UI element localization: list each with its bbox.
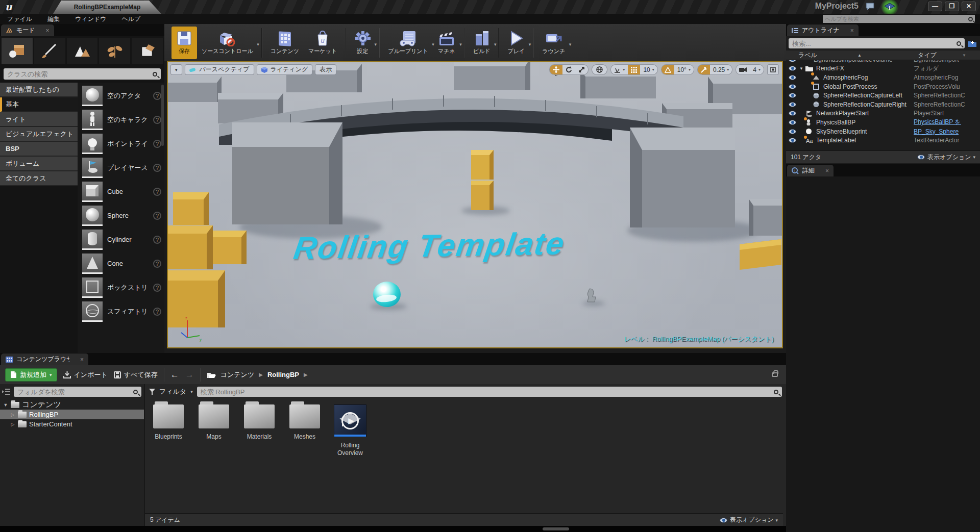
tree-item-startercontent[interactable]: ▷ StarterContent xyxy=(0,419,144,429)
view-options-button[interactable]: 表示オプション xyxy=(927,153,971,162)
gold-block[interactable] xyxy=(168,225,213,269)
category-all-classes[interactable]: 全てのクラス xyxy=(0,171,78,186)
help-icon[interactable]: ? xyxy=(153,212,161,220)
folder-search-input[interactable] xyxy=(17,388,130,396)
visibility-eye-icon[interactable] xyxy=(789,102,796,107)
asset-search-input[interactable] xyxy=(201,388,771,396)
camera-speed-button[interactable] xyxy=(736,65,750,74)
folder-tile-maps[interactable]: Maps xyxy=(194,404,233,441)
help-icon[interactable]: ? xyxy=(153,284,161,292)
close-icon[interactable]: × xyxy=(825,167,829,174)
outliner-row-postprocess[interactable]: Global PostProcess PostProcessVolu xyxy=(786,82,980,91)
add-new-button[interactable]: 新規追加 ▾ xyxy=(5,368,57,382)
placement-item-point-light[interactable]: ポイントライ ? xyxy=(78,132,164,156)
tab-outliner[interactable]: アウトライナ × xyxy=(787,24,859,36)
outliner-row-reflection-left[interactable]: SphereReflectionCaptureLeft SphereReflec… xyxy=(786,91,980,100)
perspective-button[interactable]: パースペクティブ xyxy=(185,64,254,75)
breadcrumb-rollingbp[interactable]: RollingBP xyxy=(267,371,299,378)
expander-icon[interactable]: ▷ xyxy=(10,412,15,417)
view-options-button[interactable]: 表示オプション xyxy=(730,516,773,524)
build-button[interactable]: ビルド ▾ xyxy=(469,27,495,59)
visibility-eye-icon[interactable] xyxy=(789,84,796,89)
placement-item-player-start[interactable]: プレイヤース ? xyxy=(78,156,164,180)
mode-geometry-button[interactable] xyxy=(132,38,163,64)
expander-icon[interactable]: ▷ xyxy=(10,422,15,427)
menu-edit[interactable]: 編集 xyxy=(47,15,60,23)
level-viewport[interactable]: Rolling Template zy ▾ パースペクティブ ライティング 表示… xyxy=(167,61,783,348)
expander-icon[interactable]: ▼ xyxy=(799,66,805,71)
rotation-snap-value[interactable]: 10°▾ xyxy=(674,65,694,74)
category-basic[interactable]: 基本 xyxy=(0,97,78,112)
expander-icon[interactable]: ▼ xyxy=(3,402,8,408)
restore-button[interactable]: ❐ xyxy=(945,2,959,11)
placement-item-sphere-trigger[interactable]: スフィアトリ ? xyxy=(78,299,164,323)
grid-snap-value[interactable]: 10▾ xyxy=(640,65,657,74)
source-control-button[interactable]: ソースコントロール ▾ xyxy=(197,27,258,59)
class-search-input[interactable] xyxy=(7,70,150,78)
outliner-search-input[interactable] xyxy=(792,40,953,47)
translate-tool-button[interactable] xyxy=(550,65,562,74)
menu-help[interactable]: ヘルプ xyxy=(122,15,141,23)
placement-item-cone[interactable]: Cone ? xyxy=(78,251,164,275)
items-scrollbar[interactable] xyxy=(161,85,164,146)
help-icon[interactable]: ? xyxy=(153,92,161,100)
chevron-down-icon[interactable]: ▾ xyxy=(529,42,531,47)
placement-item-empty-character[interactable]: 空のキャラク ? xyxy=(78,108,164,132)
outliner-row-skysphere[interactable]: SkyShereBlueprint BP_Sky_Sphere xyxy=(786,127,980,136)
scrollbar-thumb[interactable] xyxy=(543,527,569,530)
visibility-eye-icon[interactable] xyxy=(789,60,796,62)
surface-snap-button[interactable]: ▾ xyxy=(611,65,628,74)
help-search-input[interactable] xyxy=(825,16,968,22)
visibility-eye-icon[interactable] xyxy=(789,66,796,71)
bottom-scrollbar[interactable] xyxy=(0,526,786,532)
save-all-button[interactable]: すべて保存 xyxy=(114,370,158,379)
close-icon[interactable]: × xyxy=(850,27,854,34)
outliner-row-templatelabel[interactable]: Aa TemplateLabel TextRenderActor xyxy=(786,136,980,145)
help-icon[interactable]: ? xyxy=(153,236,161,244)
document-tab[interactable]: RollingBPExampleMap xyxy=(53,1,161,14)
blueprint-link[interactable]: PhysicsBallBP を xyxy=(914,118,979,126)
visibility-eye-icon[interactable] xyxy=(789,138,796,143)
feedback-bubble-icon[interactable] xyxy=(866,3,875,13)
chevron-down-icon[interactable]: ▾ xyxy=(459,42,462,47)
outliner-row[interactable]: LightmassImportanceVolume LightmassImpor… xyxy=(786,60,980,64)
folder-tile-blueprints[interactable]: Blueprints xyxy=(149,404,188,441)
scene-cube-right[interactable] xyxy=(630,128,735,227)
menu-file[interactable]: ファイル xyxy=(7,15,32,23)
lock-icon[interactable] xyxy=(772,372,778,377)
category-bsp[interactable]: BSP xyxy=(0,142,78,157)
help-icon[interactable]: ? xyxy=(153,140,161,148)
placement-item-cylinder[interactable]: Cylinder ? xyxy=(78,227,164,251)
help-icon[interactable]: ? xyxy=(153,188,161,196)
visibility-eye-icon[interactable] xyxy=(789,111,796,116)
category-volumes[interactable]: ボリューム xyxy=(0,157,78,171)
visibility-eye-icon[interactable] xyxy=(789,129,796,134)
mode-foliage-button[interactable] xyxy=(99,38,130,64)
rotate-tool-button[interactable] xyxy=(562,65,575,74)
help-icon[interactable]: ? xyxy=(153,164,161,172)
scene-cube-left[interactable] xyxy=(232,122,342,224)
blueprints-button[interactable]: ブループリント ▾ xyxy=(383,27,433,59)
tab-details[interactable]: i 詳細 × xyxy=(787,165,834,176)
category-lights[interactable]: ライト xyxy=(0,112,78,127)
tab-modes[interactable]: モード × xyxy=(1,24,54,36)
visibility-eye-icon[interactable] xyxy=(789,120,796,125)
viewport-options-button[interactable]: ▾ xyxy=(170,64,182,75)
gold-block[interactable] xyxy=(471,150,494,180)
outliner-row-atmosphericfog[interactable]: AtmosphericFog AtmosphericFog xyxy=(786,73,980,82)
mode-place-button[interactable] xyxy=(2,38,33,64)
outliner-row-physicsballbp[interactable]: PhysicsBallBP PhysicsBallBP を xyxy=(786,118,980,127)
chevron-down-icon[interactable]: ▾ xyxy=(494,42,497,47)
play-button[interactable]: プレイ ▾ xyxy=(503,27,529,59)
visibility-eye-icon[interactable] xyxy=(789,75,796,80)
scale-tool-button[interactable] xyxy=(575,65,588,74)
new-folder-icon[interactable] xyxy=(967,39,977,47)
close-button[interactable]: ✕ xyxy=(962,2,976,11)
maximize-viewport-button[interactable] xyxy=(767,64,779,75)
import-button[interactable]: インポート xyxy=(63,370,108,379)
grid-snap-button[interactable] xyxy=(628,65,640,74)
outliner-row-reflection-right[interactable]: SphereReflectionCaptureRight SphereRefle… xyxy=(786,100,980,109)
tree-item-rollingbp[interactable]: ▷ RollingBP xyxy=(0,410,144,419)
back-button[interactable]: ← xyxy=(170,370,179,380)
world-local-toggle[interactable] xyxy=(592,64,607,75)
